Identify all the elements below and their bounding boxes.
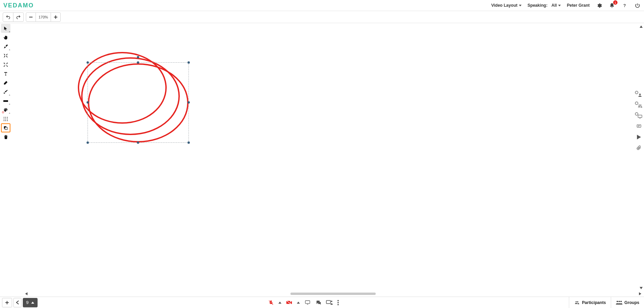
left-toolbar: [0, 23, 11, 297]
visibility-indicator-icon: [635, 102, 638, 105]
resize-handle-e[interactable]: [187, 101, 190, 104]
gear-icon: [596, 3, 602, 8]
svg-point-27: [331, 301, 332, 302]
ungroup-tool[interactable]: [1, 60, 10, 69]
brush-tool[interactable]: [1, 87, 10, 96]
line-width-tool[interactable]: [1, 96, 10, 105]
text-tool[interactable]: [1, 69, 10, 78]
laser-pointer-tool[interactable]: [1, 42, 10, 51]
layers-tool[interactable]: [1, 123, 10, 132]
delete-tool[interactable]: [1, 132, 10, 141]
notification-badge: 1: [613, 0, 618, 5]
camera-toggle-button[interactable]: [286, 300, 292, 305]
resize-handle-n[interactable]: [137, 61, 139, 64]
footer-right: Participants Groups: [569, 297, 644, 308]
zoom-group: 170%: [26, 12, 61, 22]
select-tool[interactable]: [1, 24, 10, 33]
camera-options-button[interactable]: [297, 302, 300, 304]
chat-panel-button[interactable]: [634, 122, 644, 130]
eraser-tool[interactable]: [1, 78, 10, 87]
svg-rect-12: [5, 120, 6, 121]
canvas-toolbar: 170%: [0, 11, 644, 23]
attach-panel-button[interactable]: [634, 144, 644, 152]
svg-rect-4: [3, 100, 8, 102]
caret-up-icon: [297, 302, 300, 304]
undo-button[interactable]: [3, 13, 13, 21]
page-selector[interactable]: 9: [23, 298, 38, 307]
resize-handle-s[interactable]: [137, 141, 139, 144]
person-icon: [638, 93, 642, 98]
groups-panel-button[interactable]: Groups: [611, 297, 644, 308]
participants-panel-button[interactable]: Participants: [569, 297, 611, 308]
rotate-handle[interactable]: [137, 56, 139, 58]
horizontal-scrollbar[interactable]: [24, 291, 642, 296]
group-tool[interactable]: [1, 51, 10, 60]
scroll-down-icon[interactable]: [639, 286, 643, 290]
speaking-dropdown[interactable]: Speaking: All: [528, 3, 561, 8]
add-page-button[interactable]: [2, 298, 12, 307]
mic-options-button[interactable]: [278, 302, 281, 304]
scroll-thumb[interactable]: [290, 293, 376, 295]
submenu-caret-icon: [9, 104, 10, 105]
plus-icon: [5, 301, 9, 305]
submenu-caret-icon: [9, 95, 10, 96]
svg-rect-6: [5, 117, 6, 118]
scroll-up-icon[interactable]: [639, 24, 643, 28]
more-vertical-icon: [337, 300, 339, 305]
view-person-button[interactable]: [634, 90, 644, 98]
scroll-left-icon[interactable]: [24, 292, 28, 296]
scroll-right-icon[interactable]: [638, 292, 642, 296]
footer-center: [268, 300, 339, 306]
video-layout-label: Video Layout: [491, 3, 517, 8]
present-button[interactable]: [326, 300, 333, 305]
play-icon: [637, 135, 641, 139]
grid-tool[interactable]: [1, 114, 10, 123]
question-icon: ?: [622, 3, 628, 8]
svg-rect-10: [7, 119, 8, 119]
user-name[interactable]: Peter Grant: [567, 3, 590, 8]
color-tool[interactable]: [1, 105, 10, 114]
undo-redo-group: [3, 12, 24, 22]
caret-up-icon: [31, 302, 34, 304]
video-layout-dropdown[interactable]: Video Layout: [491, 3, 521, 8]
caret-up-icon: [278, 302, 281, 304]
whiteboard-canvas[interactable]: [11, 23, 644, 297]
help-button[interactable]: ?: [621, 2, 628, 9]
resize-handle-w[interactable]: [87, 101, 89, 104]
resize-handle-sw[interactable]: [87, 141, 89, 144]
svg-rect-7: [7, 117, 8, 118]
chat-button[interactable]: [315, 300, 321, 305]
header-right: Video Layout Speaking: All Peter Grant 1…: [491, 2, 641, 9]
svg-rect-18: [637, 125, 641, 127]
view-screen-button[interactable]: [634, 112, 644, 120]
color-indicator-icon: [2, 111, 4, 113]
hand-tool[interactable]: [1, 33, 10, 42]
selection-bounding-box[interactable]: [88, 62, 189, 143]
power-icon: [635, 3, 640, 8]
power-button[interactable]: [634, 2, 641, 9]
svg-point-29: [337, 302, 339, 303]
more-options-button[interactable]: [337, 300, 339, 305]
view-group-button[interactable]: [634, 101, 644, 109]
resize-handle-nw[interactable]: [87, 61, 89, 64]
notifications-button[interactable]: 1: [608, 2, 615, 9]
svg-rect-24: [305, 301, 310, 304]
settings-button[interactable]: [596, 2, 602, 9]
zoom-out-button[interactable]: [26, 13, 36, 21]
prev-page-button[interactable]: [13, 298, 21, 307]
scroll-track[interactable]: [28, 292, 638, 295]
undo-icon: [6, 15, 10, 19]
resize-handle-ne[interactable]: [187, 61, 190, 64]
vertical-scrollbar[interactable]: [639, 24, 643, 290]
mic-toggle-button[interactable]: [268, 300, 274, 306]
play-panel-button[interactable]: [634, 133, 644, 141]
share-screen-button[interactable]: [305, 300, 311, 305]
footer-bar: 9: [0, 297, 644, 308]
redo-button[interactable]: [13, 13, 23, 21]
zoom-in-button[interactable]: [51, 13, 60, 21]
resize-handle-se[interactable]: [187, 141, 190, 144]
zoom-level[interactable]: 170%: [36, 13, 51, 21]
svg-rect-3: [55, 15, 56, 19]
submenu-caret-icon: [9, 113, 10, 114]
app-logo: VEDAMO: [3, 2, 34, 9]
